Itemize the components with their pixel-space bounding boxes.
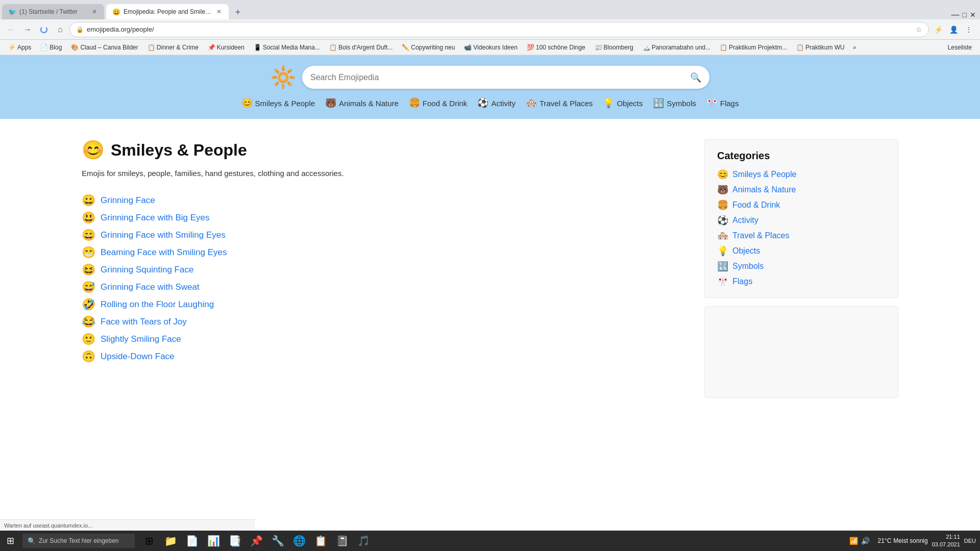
tab-emojipedia-close[interactable]: ✕	[215, 7, 223, 16]
emoji-link[interactable]: Grinning Face	[101, 195, 155, 206]
emoji-link[interactable]: Slightly Smiling Face	[101, 334, 181, 344]
sidebar-ad-box	[704, 306, 898, 398]
sidebar-cat-link[interactable]: Symbols	[732, 262, 764, 271]
sidebar-cat-list: 😊Smileys & People🐻Animals & Nature🍔Food …	[717, 169, 886, 287]
nav-cat-smileys[interactable]: 😊Smileys & People	[241, 97, 315, 109]
bookmark-100-label: 100 schöne Dinge	[536, 44, 585, 51]
bookmark-kursideen-label: Kursideen	[217, 44, 244, 51]
bookmark-praktikum[interactable]: 📋 Praktikum Projektm...	[716, 42, 791, 53]
bookmark-canva[interactable]: 🎨 Claud – Canva Bilder	[67, 42, 142, 53]
nav-cat-activity[interactable]: ⚽Activity	[477, 97, 516, 109]
content-area: 😊 Smileys & People Emojis for smileys, p…	[82, 139, 689, 398]
tab-twitter-close[interactable]: ✕	[91, 7, 98, 16]
sidebar-cat-emoji: 🍔	[717, 199, 728, 211]
tab-bar: 🐦 (1) Startseite / Twitter ✕ 😀 Emojipedi…	[0, 0, 980, 19]
page-heading-emoji: 😊	[82, 139, 105, 161]
emoji-list-item: 😁Beaming Face with Smiling Eyes	[82, 244, 689, 261]
bookmark-kursideen[interactable]: 📌 Kursideen	[204, 42, 249, 53]
tab-emojipedia-favicon: 😀	[112, 8, 120, 16]
bookmark-social[interactable]: 📱 Social Media Mana...	[250, 42, 324, 53]
tab-twitter-favicon: 🐦	[8, 8, 16, 16]
bookmark-apps[interactable]: ⚡ Apps	[4, 42, 35, 53]
bookmark-copywriting[interactable]: ✏️ Copywriting neu	[398, 42, 459, 53]
emoji-link[interactable]: Face with Tears of Joy	[101, 317, 187, 327]
tab-twitter[interactable]: 🐦 (1) Startseite / Twitter ✕	[2, 4, 104, 19]
sidebar-cat-item: ⚽Activity	[717, 215, 886, 226]
nav-cat-animals[interactable]: 🐻Animals & Nature	[325, 97, 399, 109]
100-icon: 💯	[527, 44, 534, 51]
search-input[interactable]	[310, 73, 686, 82]
sidebar-cat-item: 💡Objects	[717, 245, 886, 257]
cat-emoji-travel: 🏘️	[526, 97, 537, 109]
site-header: 🔆 🔍 😊Smileys & People🐻Animals & Nature🍔F…	[0, 55, 980, 119]
nav-cat-food[interactable]: 🍔Food & Drink	[409, 97, 468, 109]
emoji-icon: 😁	[82, 246, 95, 259]
blog-icon: 📄	[40, 44, 48, 51]
emoji-list-item: 😄Grinning Face with Smiling Eyes	[82, 227, 689, 244]
search-bar[interactable]: 🔍	[302, 66, 709, 89]
sidebar-cat-emoji: 🔣	[717, 261, 728, 272]
close-button[interactable]: ✕	[970, 11, 976, 19]
emoji-link[interactable]: Rolling on the Floor Laughing	[101, 299, 214, 310]
maximize-button[interactable]: □	[963, 11, 967, 19]
sidebar-cat-link[interactable]: Objects	[732, 246, 760, 256]
reading-list-button[interactable]: Leseliste	[944, 42, 976, 53]
emoji-link[interactable]: Grinning Face with Smiling Eyes	[101, 230, 226, 240]
cat-label-food: Food & Drink	[423, 99, 468, 108]
tab-emojipedia[interactable]: 😀 Emojipedia: People and Smileys M... ✕	[106, 4, 229, 19]
emoji-link[interactable]: Upside-Down Face	[101, 352, 175, 362]
sidebar-cat-item: 🍔Food & Drink	[717, 199, 886, 211]
sidebar-cat-link[interactable]: Smileys & People	[732, 170, 796, 179]
sidebar-cat-item: 🏘️Travel & Places	[717, 230, 886, 241]
bookmark-100[interactable]: 💯 100 schöne Dinge	[523, 42, 590, 53]
nav-bar: ← → ⌂ 🔒 ☆ ⚡ 👤 ⋮	[0, 19, 980, 40]
nav-cat-travel[interactable]: 🏘️Travel & Places	[526, 97, 593, 109]
bookmark-social-label: Social Media Mana...	[263, 44, 320, 51]
nav-cat-flags[interactable]: 🎌Flags	[706, 97, 739, 109]
emoji-link[interactable]: Grinning Face with Big Eyes	[101, 213, 210, 223]
search-button[interactable]: 🔍	[690, 72, 701, 83]
praktikum-icon: 📋	[720, 44, 727, 51]
sidebar-cat-link[interactable]: Activity	[732, 216, 758, 225]
lock-icon: 🔒	[76, 26, 84, 33]
address-bar[interactable]	[87, 26, 913, 33]
site-logo[interactable]: 🔆	[271, 65, 296, 89]
bookmark-blog[interactable]: 📄 Blog	[36, 42, 66, 53]
nav-cat-symbols[interactable]: 🔣Symbols	[653, 97, 696, 109]
bookmark-panorama[interactable]: 🏔️ Panoramabahn und...	[639, 42, 715, 53]
bookmark-praktikum2[interactable]: 📋 Praktikum WU	[792, 42, 849, 53]
sidebar-cat-link[interactable]: Flags	[732, 277, 752, 286]
reload-button[interactable]	[37, 22, 51, 37]
bookmark-videokurs[interactable]: 📹 Videokurs Ideen	[460, 42, 522, 53]
profile-button[interactable]: 👤	[946, 22, 961, 37]
bookmark-dinner-label: Dinner & Crime	[157, 44, 199, 51]
emoji-link[interactable]: Grinning Face with Sweat	[101, 282, 200, 292]
sidebar-cat-link[interactable]: Animals & Nature	[732, 185, 796, 194]
bookmark-star-icon[interactable]: ☆	[916, 26, 922, 34]
nav-right-icons: ⚡ 👤 ⋮	[931, 22, 976, 37]
bookmark-bois[interactable]: 📋 Bois d'Argent Duft...	[325, 42, 397, 53]
cat-label-activity: Activity	[491, 99, 516, 108]
back-button[interactable]: ←	[4, 22, 18, 37]
bookmarks-overflow[interactable]: »	[850, 42, 860, 53]
minimize-button[interactable]: —	[951, 10, 960, 19]
nav-cat-objects[interactable]: 💡Objects	[603, 97, 643, 109]
emoji-link[interactable]: Beaming Face with Smiling Eyes	[101, 247, 227, 258]
window-controls: — □ ✕	[951, 10, 980, 19]
extensions-button[interactable]: ⚡	[931, 22, 945, 37]
sidebar-cat-link[interactable]: Food & Drink	[732, 201, 780, 210]
menu-button[interactable]: ⋮	[962, 22, 976, 37]
new-tab-button[interactable]: +	[231, 5, 245, 19]
home-button[interactable]: ⌂	[53, 22, 67, 37]
bookmark-bloomberg[interactable]: 📰 Bloomberg	[591, 42, 638, 53]
emoji-link[interactable]: Grinning Squinting Face	[101, 265, 193, 275]
sidebar-cat-link[interactable]: Travel & Places	[732, 231, 789, 240]
address-bar-container[interactable]: 🔒 ☆	[69, 22, 929, 37]
sidebar-cat-emoji: 🐻	[717, 184, 728, 195]
cat-label-objects: Objects	[617, 99, 643, 108]
bookmark-dinner[interactable]: 📋 Dinner & Crime	[143, 42, 203, 53]
cat-label-flags: Flags	[720, 99, 739, 108]
forward-button[interactable]: →	[20, 22, 35, 37]
emoji-icon: 🙂	[82, 333, 95, 346]
emoji-list-item: 😃Grinning Face with Big Eyes	[82, 209, 689, 227]
